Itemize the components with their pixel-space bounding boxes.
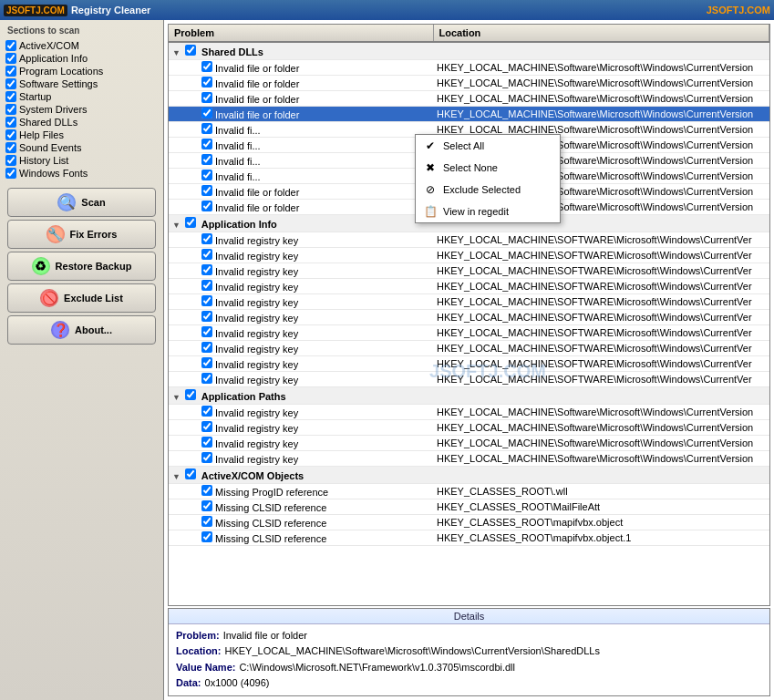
context-menu-item-selectnone[interactable]: ✖Select None bbox=[416, 157, 560, 179]
sidebar-checkbox-proglocations[interactable] bbox=[5, 66, 16, 77]
row-checkbox[interactable] bbox=[201, 326, 212, 337]
group-row[interactable]: ▼ Application Paths bbox=[169, 387, 769, 405]
sidebar-item-startup[interactable]: Startup bbox=[4, 90, 160, 103]
sidebar-item-activex[interactable]: ActiveX/COM bbox=[4, 39, 160, 52]
row-checkbox[interactable] bbox=[201, 421, 212, 432]
table-row[interactable]: Missing CLSID referenceHKEY_CLASSES_ROOT… bbox=[169, 499, 769, 515]
row-checkbox[interactable] bbox=[201, 311, 212, 322]
row-checkbox[interactable] bbox=[201, 185, 212, 196]
sidebar-checkbox-shareddlls[interactable] bbox=[5, 117, 16, 128]
table-container[interactable]: Problem Location ▼ Shared DLLs Invalid f… bbox=[168, 24, 770, 606]
row-checkbox[interactable] bbox=[201, 92, 212, 103]
location-cell: HKEY_LOCAL_MACHINE\Software\Microsoft\Wi… bbox=[433, 107, 769, 122]
table-row[interactable]: Invalid file or folderHKEY_LOCAL_MACHINE… bbox=[169, 107, 769, 122]
group-checkbox[interactable] bbox=[185, 468, 196, 479]
group-checkbox[interactable] bbox=[185, 217, 196, 228]
sidebar-item-historylist[interactable]: History List bbox=[4, 154, 160, 167]
context-menu-item-excludeselected[interactable]: ⊘Exclude Selected bbox=[416, 179, 560, 201]
row-checkbox[interactable] bbox=[201, 154, 212, 165]
sidebar-checkbox-helpfiles[interactable] bbox=[5, 129, 16, 140]
location-cell: HKEY_CLASSES_ROOT\MailFileAtt bbox=[433, 499, 769, 515]
sidebar-item-winfonts[interactable]: Windows Fonts bbox=[4, 167, 160, 180]
table-row[interactable]: Invalid registry keyHKEY_LOCAL_MACHINE\S… bbox=[169, 405, 769, 420]
table-row[interactable]: Invalid file or folderHKEY_LOCAL_MACHINE… bbox=[169, 60, 769, 76]
sidebar-checkbox-softsettings[interactable] bbox=[5, 78, 16, 89]
row-checkbox[interactable] bbox=[201, 233, 212, 244]
table-row[interactable]: Invalid registry keyHKEY_LOCAL_MACHINE\S… bbox=[169, 356, 769, 372]
row-checkbox[interactable] bbox=[201, 295, 212, 306]
row-checkbox[interactable] bbox=[201, 108, 212, 118]
table-row[interactable]: Missing ProgID referenceHKEY_CLASSES_ROO… bbox=[169, 484, 769, 499]
sidebar-label-sysdrivers: System Drivers bbox=[19, 104, 88, 115]
sidebar-checkbox-startup[interactable] bbox=[5, 91, 16, 102]
row-checkbox[interactable] bbox=[201, 139, 212, 149]
excludelist-button[interactable]: 🚫Exclude List bbox=[7, 283, 156, 313]
about-button[interactable]: ❓About... bbox=[7, 315, 156, 345]
row-checkbox[interactable] bbox=[201, 485, 212, 496]
context-menu-item-selectall[interactable]: ✔Select All bbox=[416, 135, 560, 157]
row-checkbox[interactable] bbox=[201, 452, 212, 463]
expand-icon[interactable]: ▼ bbox=[172, 393, 181, 402]
sidebar-item-softsettings[interactable]: Software Settings bbox=[4, 77, 160, 90]
group-row[interactable]: ▼ ActiveX/COM Objects bbox=[169, 467, 769, 484]
row-checkbox[interactable] bbox=[201, 61, 212, 72]
row-checkbox[interactable] bbox=[201, 123, 212, 134]
row-checkbox[interactable] bbox=[201, 516, 212, 527]
expand-icon[interactable]: ▼ bbox=[172, 221, 181, 230]
expand-icon[interactable]: ▼ bbox=[172, 48, 181, 57]
sidebar-checkbox-historylist[interactable] bbox=[5, 155, 16, 166]
row-checkbox[interactable] bbox=[201, 342, 212, 353]
col-location[interactable]: Location bbox=[433, 25, 769, 42]
sidebar-checkbox-sysdrivers[interactable] bbox=[5, 104, 16, 115]
group-row[interactable]: ▼ Shared DLLs bbox=[169, 42, 769, 60]
table-row[interactable]: Invalid registry keyHKEY_LOCAL_MACHINE\S… bbox=[169, 263, 769, 279]
row-checkbox[interactable] bbox=[201, 357, 212, 368]
table-row[interactable]: Invalid registry keyHKEY_LOCAL_MACHINE\S… bbox=[169, 372, 769, 387]
row-checkbox[interactable] bbox=[201, 500, 212, 511]
table-row[interactable]: Invalid registry keyHKEY_LOCAL_MACHINE\S… bbox=[169, 294, 769, 310]
table-row[interactable]: Missing CLSID referenceHKEY_CLASSES_ROOT… bbox=[169, 515, 769, 530]
table-row[interactable]: Missing CLSID referenceHKEY_CLASSES_ROOT… bbox=[169, 530, 769, 546]
row-checkbox[interactable] bbox=[201, 264, 212, 275]
table-row[interactable]: Invalid registry keyHKEY_LOCAL_MACHINE\S… bbox=[169, 420, 769, 436]
row-checkbox[interactable] bbox=[201, 77, 212, 88]
table-row[interactable]: Invalid registry keyHKEY_LOCAL_MACHINE\S… bbox=[169, 310, 769, 325]
sidebar-item-sysdrivers[interactable]: System Drivers bbox=[4, 103, 160, 116]
table-row[interactable]: Invalid registry keyHKEY_LOCAL_MACHINE\S… bbox=[169, 436, 769, 451]
row-checkbox[interactable] bbox=[201, 406, 212, 417]
row-checkbox[interactable] bbox=[201, 373, 212, 384]
sidebar-item-soundevents[interactable]: Sound Events bbox=[4, 141, 160, 154]
table-row[interactable]: Invalid registry keyHKEY_LOCAL_MACHINE\S… bbox=[169, 451, 769, 467]
sidebar-checkbox-activex[interactable] bbox=[5, 40, 16, 51]
fixerrors-button[interactable]: 🔧Fix Errors bbox=[7, 220, 156, 249]
table-row[interactable]: Invalid file or folderHKEY_LOCAL_MACHINE… bbox=[169, 91, 769, 107]
table-row[interactable]: Invalid registry keyHKEY_LOCAL_MACHINE\S… bbox=[169, 279, 769, 294]
row-checkbox[interactable] bbox=[201, 249, 212, 260]
row-checkbox[interactable] bbox=[201, 280, 212, 291]
sidebar-checkbox-appinfo[interactable] bbox=[5, 53, 16, 64]
sidebar-checkbox-winfonts[interactable] bbox=[5, 168, 16, 179]
sidebar-checkbox-soundevents[interactable] bbox=[5, 142, 16, 153]
group-checkbox[interactable] bbox=[185, 389, 196, 400]
restorebackup-button[interactable]: ♻Restore Backup bbox=[7, 252, 156, 281]
expand-icon[interactable]: ▼ bbox=[172, 472, 181, 481]
table-row[interactable]: Invalid registry keyHKEY_LOCAL_MACHINE\S… bbox=[169, 325, 769, 341]
table-row[interactable]: Invalid file or folderHKEY_LOCAL_MACHINE… bbox=[169, 76, 769, 91]
sidebar-item-appinfo[interactable]: Application Info bbox=[4, 52, 160, 65]
table-row[interactable]: Invalid registry keyHKEY_LOCAL_MACHINE\S… bbox=[169, 248, 769, 263]
row-checkbox[interactable] bbox=[201, 170, 212, 180]
location-cell: HKEY_LOCAL_MACHINE\Software\Microsoft\Wi… bbox=[433, 405, 769, 420]
table-row[interactable]: Invalid registry keyHKEY_LOCAL_MACHINE\S… bbox=[169, 232, 769, 248]
group-checkbox[interactable] bbox=[185, 45, 196, 56]
row-checkbox[interactable] bbox=[201, 531, 212, 542]
table-row[interactable]: Invalid registry keyHKEY_LOCAL_MACHINE\S… bbox=[169, 341, 769, 356]
row-checkbox[interactable] bbox=[201, 201, 212, 211]
sidebar-item-helpfiles[interactable]: Help Files bbox=[4, 129, 160, 141]
sidebar-item-proglocations[interactable]: Program Locations bbox=[4, 65, 160, 77]
scan-button[interactable]: 🔍Scan bbox=[7, 188, 156, 217]
context-menu-item-viewinregedit[interactable]: 📋View in regedit bbox=[416, 201, 560, 222]
row-checkbox[interactable] bbox=[201, 437, 212, 448]
sidebar-item-shareddlls[interactable]: Shared DLLs bbox=[4, 116, 160, 129]
col-problem[interactable]: Problem bbox=[169, 25, 433, 42]
group-name: Shared DLLs bbox=[201, 46, 263, 57]
